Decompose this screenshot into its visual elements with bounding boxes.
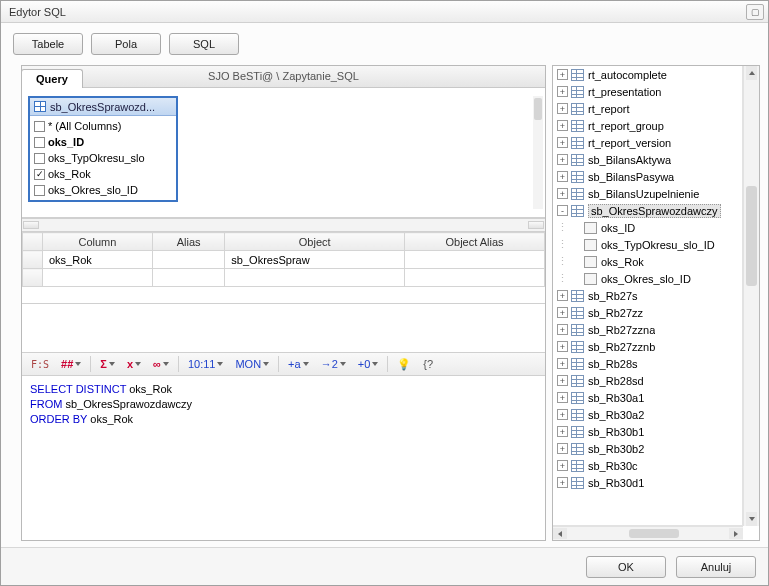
- tree-table-node[interactable]: +sb_Rb27zzna: [553, 321, 742, 338]
- grid-row-header[interactable]: [23, 251, 43, 269]
- grid-header-alias[interactable]: Alias: [152, 233, 225, 251]
- tree-horizontal-scrollbar[interactable]: [553, 526, 743, 540]
- expand-icon[interactable]: +: [557, 409, 568, 420]
- expand-icon[interactable]: +: [557, 137, 568, 148]
- grid-header-column[interactable]: Column: [43, 233, 153, 251]
- tree-table-node[interactable]: +sb_Rb30a2: [553, 406, 742, 423]
- query-designer[interactable]: sb_OkresSprawozd... * (All Columns)oks_I…: [22, 88, 545, 218]
- tb-bulb-icon[interactable]: 💡: [394, 358, 414, 371]
- tb-x[interactable]: x: [124, 358, 144, 370]
- designer-column-item[interactable]: ✓oks_Rok: [32, 166, 174, 182]
- tree-node-label: rt_report_version: [588, 137, 671, 149]
- close-icon[interactable]: ▢: [746, 4, 764, 20]
- expand-icon[interactable]: +: [557, 154, 568, 165]
- tree-table-node[interactable]: +sb_BilansAktywa: [553, 151, 742, 168]
- object-tree[interactable]: +rt_autocomplete+rt_presentation+rt_repo…: [553, 66, 743, 526]
- tab-query[interactable]: Query: [21, 69, 83, 88]
- grid-header-object-alias[interactable]: Object Alias: [405, 233, 545, 251]
- tb-hash[interactable]: ##: [58, 358, 84, 370]
- designer-vertical-scrollbar[interactable]: [533, 96, 543, 209]
- tb-plus-a[interactable]: +a: [285, 358, 312, 370]
- tree-table-node[interactable]: +sb_BilansPasywa: [553, 168, 742, 185]
- criteria-grid[interactable]: Column Alias Object Object Alias oks_Rok…: [22, 232, 545, 304]
- grid-row-empty[interactable]: [23, 269, 545, 287]
- expand-icon[interactable]: +: [557, 120, 568, 131]
- tree-table-node[interactable]: +sb_Rb30b1: [553, 423, 742, 440]
- tree-table-node[interactable]: +sb_Rb30b2: [553, 440, 742, 457]
- designer-column-item[interactable]: oks_Okres_slo_ID: [32, 182, 174, 198]
- designer-column-item[interactable]: oks_TypOkresu_slo: [32, 150, 174, 166]
- checkbox-icon[interactable]: ✓: [34, 169, 45, 180]
- designer-column-item[interactable]: * (All Columns): [32, 118, 174, 134]
- tree-column-node[interactable]: ⋮ oks_ID: [553, 219, 742, 236]
- titlebar[interactable]: Edytor SQL ▢: [1, 1, 768, 23]
- tree-table-node[interactable]: +sb_Rb27zz: [553, 304, 742, 321]
- ok-button[interactable]: OK: [586, 556, 666, 578]
- checkbox-icon[interactable]: [34, 153, 45, 164]
- expand-icon[interactable]: +: [557, 324, 568, 335]
- grid-cell-object[interactable]: sb_OkresSpraw: [225, 251, 405, 269]
- expand-icon[interactable]: +: [557, 426, 568, 437]
- grid-cell-column[interactable]: oks_Rok: [43, 251, 153, 269]
- designer-table-header[interactable]: sb_OkresSprawozd...: [30, 98, 176, 116]
- checkbox-icon[interactable]: [34, 137, 45, 148]
- tb-fs-icon[interactable]: F:S: [28, 359, 52, 370]
- collapse-icon[interactable]: -: [557, 205, 568, 216]
- fields-button[interactable]: Pola: [91, 33, 161, 55]
- tree-table-node[interactable]: +sb_Rb28s: [553, 355, 742, 372]
- tb-mon[interactable]: MON: [232, 358, 272, 370]
- tree-table-node[interactable]: +sb_Rb28sd: [553, 372, 742, 389]
- expand-icon[interactable]: +: [557, 86, 568, 97]
- designer-column-item[interactable]: oks_ID: [32, 134, 174, 150]
- tb-plus-0[interactable]: +0: [355, 358, 382, 370]
- tree-node-label: sb_Rb27zz: [588, 307, 643, 319]
- tree-table-node[interactable]: +rt_report_version: [553, 134, 742, 151]
- sql-button[interactable]: SQL: [169, 33, 239, 55]
- expand-icon[interactable]: +: [557, 358, 568, 369]
- tree-table-node[interactable]: +sb_Rb27s: [553, 287, 742, 304]
- tree-table-node[interactable]: +sb_Rb27zznb: [553, 338, 742, 355]
- expand-icon[interactable]: +: [557, 290, 568, 301]
- expand-icon[interactable]: +: [557, 375, 568, 386]
- tree-column-node[interactable]: ⋮ oks_TypOkresu_slo_ID: [553, 236, 742, 253]
- tree-table-node[interactable]: +rt_autocomplete: [553, 66, 742, 83]
- tree-table-node[interactable]: -sb_OkresSprawozdawczy: [553, 202, 742, 219]
- grid-header-object[interactable]: Object: [225, 233, 405, 251]
- designer-table-box[interactable]: sb_OkresSprawozd... * (All Columns)oks_I…: [28, 96, 178, 202]
- tree-node-label: rt_report_group: [588, 120, 664, 132]
- tb-sigma[interactable]: Σ: [97, 358, 118, 370]
- expand-icon[interactable]: +: [557, 69, 568, 80]
- tree-table-node[interactable]: +sb_Rb30d1: [553, 474, 742, 491]
- sql-editor[interactable]: SELECT DISTINCT oks_Rok FROM sb_OkresSpr…: [22, 376, 545, 540]
- grid-cell-alias[interactable]: [152, 251, 225, 269]
- tree-table-node[interactable]: +sb_Rb30c: [553, 457, 742, 474]
- expand-icon[interactable]: +: [557, 341, 568, 352]
- cancel-button[interactable]: Anuluj: [676, 556, 756, 578]
- tree-table-node[interactable]: +rt_report: [553, 100, 742, 117]
- expand-icon[interactable]: +: [557, 307, 568, 318]
- expand-icon[interactable]: +: [557, 477, 568, 488]
- horizontal-scrollbar[interactable]: [22, 218, 545, 232]
- tree-vertical-scrollbar[interactable]: [743, 66, 759, 526]
- tree-table-node[interactable]: +rt_presentation: [553, 83, 742, 100]
- tables-button[interactable]: Tabele: [13, 33, 83, 55]
- expand-icon[interactable]: +: [557, 188, 568, 199]
- expand-icon[interactable]: +: [557, 460, 568, 471]
- tb-to-2[interactable]: →2: [318, 358, 349, 370]
- tree-table-node[interactable]: +rt_report_group: [553, 117, 742, 134]
- tb-inf[interactable]: ∞: [150, 358, 172, 370]
- expand-icon[interactable]: +: [557, 103, 568, 114]
- checkbox-icon[interactable]: [34, 185, 45, 196]
- expand-icon[interactable]: +: [557, 443, 568, 454]
- tb-time[interactable]: 10:11: [185, 358, 227, 370]
- grid-row[interactable]: oks_Rok sb_OkresSpraw: [23, 251, 545, 269]
- tree-column-node[interactable]: ⋮ oks_Rok: [553, 253, 742, 270]
- expand-icon[interactable]: +: [557, 171, 568, 182]
- tb-help-icon[interactable]: {?: [420, 358, 436, 370]
- tree-column-node[interactable]: ⋮ oks_Okres_slo_ID: [553, 270, 742, 287]
- grid-cell-object-alias[interactable]: [405, 251, 545, 269]
- expand-icon[interactable]: +: [557, 392, 568, 403]
- checkbox-icon[interactable]: [34, 121, 45, 132]
- tree-table-node[interactable]: +sb_BilansUzupelnienie: [553, 185, 742, 202]
- tree-table-node[interactable]: +sb_Rb30a1: [553, 389, 742, 406]
